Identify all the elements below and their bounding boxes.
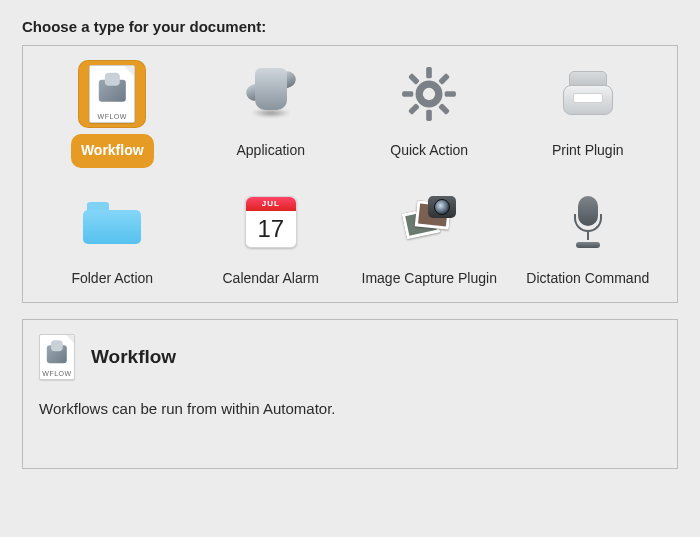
svg-rect-4 bbox=[445, 91, 456, 97]
svg-rect-7 bbox=[408, 73, 420, 85]
svg-rect-8 bbox=[438, 103, 450, 115]
type-detail-panel: WFLOW Workflow Workflows can be run from… bbox=[22, 319, 678, 469]
type-option-dictation-command[interactable]: Dictation Command bbox=[509, 186, 668, 296]
type-label: Quick Action bbox=[380, 134, 478, 168]
svg-point-9 bbox=[423, 88, 435, 100]
gear-icon bbox=[400, 65, 458, 123]
svg-rect-1 bbox=[426, 67, 432, 78]
detail-title: Workflow bbox=[91, 346, 176, 368]
workflow-document-icon: WFLOW bbox=[89, 65, 135, 123]
type-label: Image Capture Plugin bbox=[352, 262, 507, 296]
type-label: Application bbox=[227, 134, 316, 168]
type-label: Folder Action bbox=[61, 262, 163, 296]
automator-app-icon bbox=[241, 64, 301, 124]
type-option-image-capture-plugin[interactable]: Image Capture Plugin bbox=[350, 186, 509, 296]
type-option-print-plugin[interactable]: Print Plugin bbox=[509, 58, 668, 168]
document-type-panel: WFLOW Workflow Application bbox=[22, 45, 678, 303]
dialog-heading: Choose a type for your document: bbox=[22, 18, 678, 35]
svg-rect-5 bbox=[438, 73, 450, 85]
type-option-application[interactable]: Application bbox=[192, 58, 351, 168]
svg-rect-3 bbox=[402, 91, 413, 97]
printer-icon bbox=[559, 69, 617, 119]
type-option-workflow[interactable]: WFLOW Workflow bbox=[33, 58, 192, 168]
type-option-quick-action[interactable]: Quick Action bbox=[350, 58, 509, 168]
microphone-icon bbox=[568, 194, 608, 250]
image-capture-icon bbox=[400, 196, 458, 248]
type-label: Dictation Command bbox=[516, 262, 659, 296]
workflow-document-icon: WFLOW bbox=[39, 334, 75, 380]
type-label: Calendar Alarm bbox=[213, 262, 330, 296]
detail-description: Workflows can be run from within Automat… bbox=[39, 400, 661, 417]
type-option-folder-action[interactable]: Folder Action bbox=[33, 186, 192, 296]
svg-rect-6 bbox=[408, 103, 420, 115]
calendar-icon: JUL 17 bbox=[245, 196, 297, 248]
svg-rect-2 bbox=[426, 110, 432, 121]
type-label: Workflow bbox=[71, 134, 154, 168]
type-option-calendar-alarm[interactable]: JUL 17 Calendar Alarm bbox=[192, 186, 351, 296]
type-label: Print Plugin bbox=[542, 134, 634, 168]
folder-icon bbox=[81, 198, 143, 246]
